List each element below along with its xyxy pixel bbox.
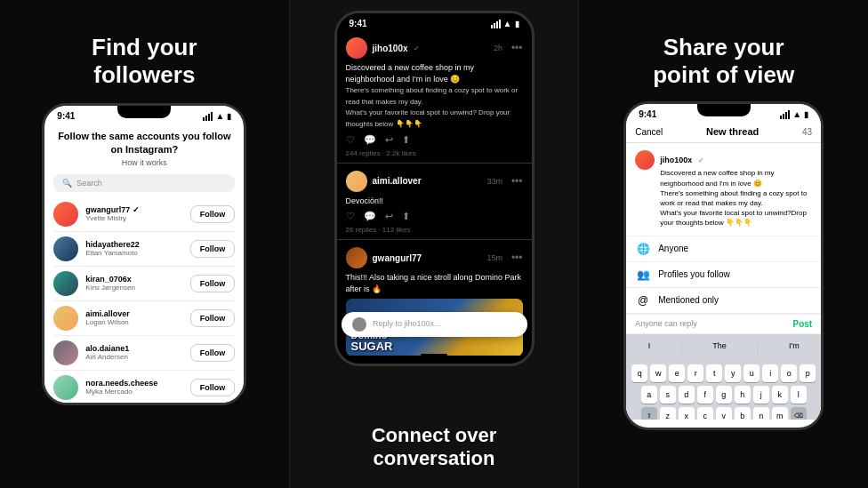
key-q[interactable]: q: [631, 364, 647, 382]
key-u[interactable]: u: [743, 364, 760, 382]
follow-username-4: alo.daiane1: [85, 344, 183, 353]
suggestion-3[interactable]: I'm: [789, 341, 800, 357]
search-bar[interactable]: 🔍 Search: [53, 174, 235, 192]
follow-list-item-1: hidayathere22Eitan YamamotoFollow: [53, 232, 235, 267]
post-username-1: jiho100x: [373, 44, 408, 53]
key-z[interactable]: z: [660, 407, 676, 420]
key-f[interactable]: f: [697, 386, 713, 404]
new-thread-header: Cancel New thread 43: [626, 121, 821, 143]
keyboard-suggestions: I | The | I'm: [628, 338, 819, 361]
follow-avatar-3: [53, 306, 78, 331]
key-d[interactable]: d: [679, 386, 695, 404]
more-icon-2[interactable]: •••: [511, 175, 523, 188]
follow-avatar-1: [53, 236, 78, 261]
anyone-reply-label: Anyone can reply: [635, 319, 697, 328]
follow-list-item-5: nora.needs.cheeseMyka MercadoFollow: [53, 371, 235, 405]
key-w[interactable]: w: [650, 364, 666, 382]
status-icons-right: ▲ ▮: [780, 109, 808, 119]
key-a[interactable]: a: [641, 386, 657, 404]
anyone-reply-footer: Anyone can reply Post: [626, 315, 821, 334]
follow-avatar-5: [53, 375, 78, 400]
suggestion-2[interactable]: The: [712, 341, 727, 357]
new-thread-title: New thread: [706, 126, 759, 137]
post-header-2: aimi.allover 33m •••: [346, 171, 523, 192]
reply-options: 🌐 Anyone 👥 Profiles you follow @ Mention…: [626, 236, 821, 315]
share-icon-1[interactable]: ⬆: [402, 134, 410, 146]
key-k[interactable]: k: [772, 386, 788, 404]
status-icons: ▲ ▮: [203, 111, 231, 121]
key-h[interactable]: h: [735, 386, 751, 404]
phone-notch-right: [697, 104, 751, 116]
key-n[interactable]: n: [753, 407, 769, 420]
follow-realname-1: Eitan Yamamoto: [85, 249, 183, 257]
scroll-indicator: [421, 354, 447, 356]
like-icon-1[interactable]: ♡: [346, 134, 355, 146]
repost-icon-2[interactable]: ↩: [385, 211, 393, 222]
comment-icon-1[interactable]: 💬: [364, 134, 376, 146]
reply-option-anyone[interactable]: 🌐 Anyone: [626, 236, 821, 262]
follow-button-4[interactable]: Follow: [190, 344, 236, 362]
follow-realname-4: Airi Andersen: [85, 353, 183, 361]
post-actions-2: ♡ 💬 ↩ ⬆: [346, 211, 523, 222]
follow-info-3: aimi.alloverLogan Wilson: [85, 309, 183, 326]
follow-realname-0: Yvette Mistry: [85, 214, 183, 222]
reply-post-text: Discovered a new coffee shop in my neigh…: [660, 168, 812, 228]
key-i[interactable]: i: [762, 364, 778, 382]
post-button[interactable]: Post: [793, 319, 813, 329]
more-icon-1[interactable]: •••: [511, 42, 523, 54]
search-icon: 🔍: [62, 179, 72, 188]
how-it-works-link[interactable]: How it works: [53, 158, 235, 167]
anyone-label: Anyone: [658, 244, 812, 253]
reply-option-mentioned[interactable]: @ Mentioned only: [626, 288, 821, 314]
status-time: 9:41: [57, 111, 75, 121]
follow-button-3[interactable]: Follow: [190, 309, 236, 327]
follow-list-item-2: kiran_0706xKirsi JørgensenFollow: [53, 267, 235, 301]
reply-bar[interactable]: Reply to jiho100x...: [342, 312, 527, 337]
share-icon-2[interactable]: ⬆: [402, 211, 410, 222]
key-m[interactable]: m: [772, 407, 788, 420]
left-heading-line1: Find your: [92, 34, 197, 60]
following-label: Profiles you follow: [658, 269, 812, 279]
key-c[interactable]: c: [697, 407, 713, 420]
follow-button-0[interactable]: Follow: [190, 205, 236, 223]
key-b[interactable]: b: [735, 407, 751, 420]
key-v[interactable]: v: [716, 407, 732, 420]
key-y[interactable]: y: [725, 364, 741, 382]
key-j[interactable]: j: [753, 386, 769, 404]
phone-notch-center: [407, 13, 461, 26]
search-placeholder: Search: [76, 179, 102, 188]
key-g[interactable]: g: [716, 386, 732, 404]
more-icon-3[interactable]: •••: [511, 252, 523, 264]
key-e[interactable]: e: [669, 364, 685, 382]
follow-username-2: kiran_0706x: [85, 275, 183, 284]
key-l[interactable]: l: [791, 386, 807, 404]
reply-post-avatar: [635, 150, 655, 170]
follow-info-4: alo.daiane1Airi Andersen: [85, 344, 183, 361]
key-delete[interactable]: ⌫: [791, 407, 807, 420]
center-phone: 9:41 ▲ ▮ jiho100x ✓ 2h: [334, 11, 534, 366]
follow-button-1[interactable]: Follow: [190, 240, 236, 258]
follow-realname-5: Myka Mercado: [85, 388, 183, 396]
key-t[interactable]: t: [706, 364, 722, 382]
reply-option-following[interactable]: 👥 Profiles you follow: [626, 262, 821, 288]
cancel-button[interactable]: Cancel: [635, 127, 663, 137]
like-icon-2[interactable]: ♡: [346, 211, 355, 222]
thread-post-2: aimi.allover 33m ••• Devoción!! ♡ 💬 ↩ ⬆ …: [337, 164, 532, 241]
follow-button-5[interactable]: Follow: [190, 379, 236, 396]
reply-post-content: jiho100x ✓ Discovered a new coffee shop …: [660, 150, 812, 228]
key-s[interactable]: s: [660, 386, 676, 404]
reply-verified-icon: ✓: [698, 156, 704, 164]
repost-icon-1[interactable]: ↩: [385, 134, 393, 146]
comment-icon-2[interactable]: 💬: [364, 211, 376, 222]
key-shift[interactable]: ⇧: [641, 407, 657, 420]
key-r[interactable]: r: [687, 364, 703, 382]
thread-post-3: gwangurl77 15m ••• This!!! Also taking a…: [337, 240, 532, 356]
left-heading: Find your followers: [76, 34, 213, 89]
wifi-icon-right: ▲: [792, 109, 801, 119]
key-o[interactable]: o: [781, 364, 797, 382]
key-x[interactable]: x: [679, 407, 695, 420]
center-panel: 9:41 ▲ ▮ jiho100x ✓ 2h: [289, 0, 580, 488]
suggestion-1[interactable]: I: [648, 341, 651, 357]
key-p[interactable]: p: [800, 364, 816, 382]
follow-button-2[interactable]: Follow: [190, 275, 236, 292]
